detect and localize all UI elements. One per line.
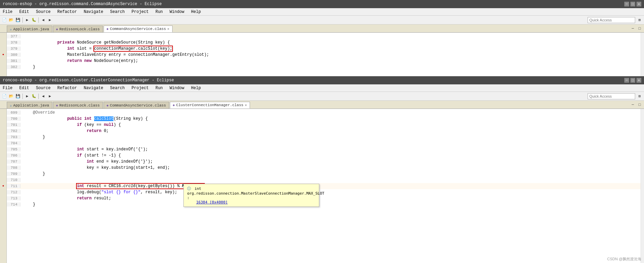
- forward-btn-top[interactable]: ▶: [47, 17, 53, 23]
- close-button-top[interactable]: ✕: [637, 2, 641, 6]
- gutter-703: [1, 134, 6, 140]
- linenum-706: 706: [7, 153, 20, 158]
- gutter-707: [1, 159, 6, 165]
- maximize-button-top[interactable]: □: [630, 2, 635, 6]
- new-file-btn-bottom[interactable]: 📄: [1, 93, 7, 99]
- linenum-711: 711: [7, 184, 20, 188]
- scrollbar-v-bottom[interactable]: [641, 109, 644, 263]
- gutter-704: [1, 140, 6, 146]
- menu-project-top[interactable]: Project: [130, 9, 150, 15]
- gutter-714: [1, 201, 6, 208]
- code-editor-top[interactable]: 377 378 private NodeSource getNodeSource…: [7, 33, 641, 76]
- maximize-button-bottom[interactable]: □: [630, 78, 635, 83]
- linenum-710: 710: [7, 178, 20, 182]
- line-702: 702 return 0;: [7, 128, 641, 134]
- title-left: roncoo-eshop - org.redisson.command.Comm…: [3, 2, 162, 6]
- tab-close-commandasync-top[interactable]: ✕: [167, 27, 169, 31]
- tab-application-bottom[interactable]: ☕ Application.java: [7, 102, 52, 109]
- linenum-702: 702: [7, 129, 20, 133]
- window-title-top: roncoo-eshop - org.redisson.command.Comm…: [3, 2, 162, 6]
- maximize-editor-bottom[interactable]: □: [637, 102, 643, 108]
- perspectives-btn-bottom[interactable]: ⊞: [637, 93, 643, 99]
- quick-access-input-top[interactable]: [588, 17, 635, 23]
- window-controls-bottom[interactable]: ─ □ ✕: [624, 78, 641, 83]
- class-icon-bottom-2: ◆: [56, 103, 58, 108]
- linecode-714: }: [20, 202, 35, 207]
- linenum-708: 708: [7, 166, 20, 170]
- close-button-bottom[interactable]: ✕: [637, 78, 641, 83]
- menu-edit-top[interactable]: Edit: [18, 9, 31, 15]
- run-btn-bottom[interactable]: ▶: [24, 93, 30, 99]
- menu-source-bottom[interactable]: Source: [35, 85, 52, 91]
- menu-file-bottom[interactable]: File: [1, 85, 14, 91]
- tab-label-commandasync-bottom: CommandAsyncService.class: [110, 103, 166, 108]
- minimize-editor-bottom[interactable]: ─: [630, 102, 636, 108]
- forward-btn-bottom[interactable]: ▶: [47, 93, 53, 99]
- code-editor-bottom[interactable]: 699 @Override 700 public int calcSlot(St…: [7, 109, 641, 263]
- menu-window-bottom[interactable]: Window: [168, 85, 185, 91]
- tab-label-application-bottom: Application.java: [13, 103, 49, 108]
- gutter-711: ●: [1, 183, 6, 189]
- debug-btn-top[interactable]: 🐛: [31, 17, 37, 23]
- tab-label-commandasync-top: CommandAsyncService.class: [110, 27, 166, 31]
- title-bar-top: roncoo-eshop - org.redisson.command.Comm…: [0, 0, 644, 8]
- sep2-top: [38, 17, 39, 23]
- maximize-editor-top[interactable]: □: [637, 26, 643, 32]
- tab-close-cluster-bottom[interactable]: ✕: [245, 103, 247, 107]
- menu-navigate-bottom[interactable]: Navigate: [82, 85, 105, 91]
- linenum-712: 712: [7, 190, 20, 194]
- tooltip-value[interactable]: 16384 [0x4000]: [196, 200, 228, 204]
- menu-refactor-top[interactable]: Refactor: [56, 9, 78, 15]
- gutter-700: [1, 116, 6, 122]
- gutter-708: [1, 165, 6, 171]
- minimize-button-top[interactable]: ─: [624, 2, 629, 6]
- back-btn-bottom[interactable]: ◀: [40, 93, 46, 99]
- quick-access-input-bottom[interactable]: [588, 93, 635, 99]
- menu-search-top[interactable]: Search: [109, 9, 126, 15]
- sep1-bottom: [22, 94, 23, 99]
- tab-redissonlock-top[interactable]: ◆ RedissonLock.class: [53, 26, 103, 32]
- gutter-382: [1, 70, 6, 76]
- title-bar-bottom: roncoo-eshop - org.redisson.cluster.Clus…: [0, 76, 644, 84]
- menu-edit-bottom[interactable]: Edit: [18, 85, 31, 91]
- gutter-705: [1, 146, 6, 152]
- gutter-710: [1, 177, 6, 183]
- linecode-382: }: [20, 65, 35, 69]
- menu-file-top[interactable]: File: [1, 9, 14, 15]
- gutter-699: [1, 110, 6, 116]
- menu-run-top[interactable]: Run: [154, 9, 164, 15]
- window-controls-top[interactable]: ─ □ ✕: [624, 2, 641, 6]
- menu-refactor-bottom[interactable]: Refactor: [56, 85, 78, 91]
- new-file-btn-top[interactable]: 📄: [1, 17, 7, 23]
- open-btn-bottom[interactable]: 📂: [8, 93, 14, 99]
- debug-btn-bottom[interactable]: 🐛: [31, 93, 37, 99]
- tab-cluster-bottom[interactable]: ◆ ClusterConnectionManager.class ✕: [170, 102, 250, 109]
- perspectives-btn-top[interactable]: ⊞: [637, 17, 643, 23]
- minimize-editor-top[interactable]: ─: [630, 26, 636, 32]
- linenum-380: 380: [7, 53, 20, 57]
- menu-window-top[interactable]: Window: [168, 9, 185, 15]
- window-bottom: roncoo-eshop - org.redisson.cluster.Clus…: [0, 76, 644, 263]
- gutter-380: [1, 58, 6, 64]
- menu-project-bottom[interactable]: Project: [130, 85, 150, 91]
- tab-redissonlock-bottom[interactable]: ◆ RedissonLock.class: [53, 102, 103, 109]
- menu-navigate-top[interactable]: Navigate: [82, 9, 105, 15]
- tab-commandasync-bottom[interactable]: ◆ CommandAsyncService.class: [104, 102, 169, 109]
- run-btn-top[interactable]: ▶: [24, 17, 30, 23]
- save-btn-top[interactable]: 💾: [15, 17, 21, 23]
- tab-application-top[interactable]: ☕ Application.java: [7, 26, 52, 32]
- save-btn-bottom[interactable]: 💾: [15, 93, 21, 99]
- tabs-left-top: ☕ Application.java ◆ RedissonLock.class …: [7, 26, 173, 32]
- back-btn-top[interactable]: ◀: [40, 17, 46, 23]
- scrollbar-v-top[interactable]: [641, 33, 644, 76]
- menu-source-top[interactable]: Source: [35, 9, 52, 15]
- tab-commandasync-top[interactable]: ◆ CommandAsyncService.class ✕: [104, 26, 173, 32]
- menu-search-bottom[interactable]: Search: [109, 85, 126, 91]
- menu-help-top[interactable]: Help: [190, 9, 202, 15]
- minimize-button-bottom[interactable]: ─: [624, 78, 629, 83]
- menu-help-bottom[interactable]: Help: [190, 85, 202, 91]
- open-btn-top[interactable]: 📂: [8, 17, 14, 23]
- gutter-top: ●: [0, 33, 7, 76]
- menu-run-bottom[interactable]: Run: [154, 85, 164, 91]
- title-left-bottom: roncoo-eshop - org.redisson.cluster.Clus…: [3, 78, 174, 83]
